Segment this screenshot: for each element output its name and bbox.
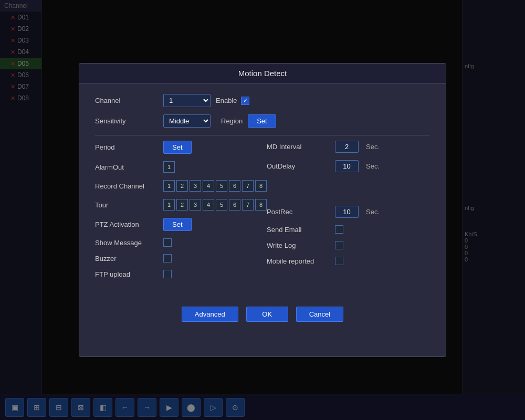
ptz-row: PTZ Activation Set	[95, 218, 267, 231]
md-interval-unit: Sec.	[366, 143, 380, 151]
modal-title: Motion Detect	[79, 64, 446, 83]
alarmout-label: AlarmOut	[95, 163, 158, 171]
show-message-checkbox[interactable]	[163, 238, 172, 247]
ptz-label: PTZ Activation	[95, 220, 158, 228]
buzzer-checkbox[interactable]	[163, 254, 172, 262]
channel-select[interactable]: 1 2 3 4	[163, 94, 211, 107]
record-channel-row: Record Channel 1 2 3 4 5 6 7 8	[95, 180, 267, 192]
spacer-1	[267, 180, 430, 206]
ch-box-7[interactable]: 7	[242, 180, 254, 192]
mobile-checkbox[interactable]	[335, 257, 343, 265]
alarmout-box[interactable]: 1	[163, 161, 175, 173]
send-email-checkbox[interactable]	[335, 225, 343, 234]
period-label: Period	[95, 143, 158, 151]
enable-group: Enable ✓	[216, 97, 249, 105]
tour-box-5[interactable]: 5	[216, 199, 227, 211]
tour-box-8[interactable]: 8	[255, 199, 267, 211]
divider-1	[95, 135, 430, 135]
buzzer-row: Buzzer	[95, 254, 267, 262]
ftp-checkbox[interactable]	[163, 270, 172, 278]
right-col: MD Interval Sec. OutDelay Sec. Post	[267, 141, 430, 286]
tour-box-3[interactable]: 3	[190, 199, 201, 211]
tour-boxes: 1 2 3 4 5 6 7 8	[163, 199, 267, 211]
tour-box-4[interactable]: 4	[203, 199, 214, 211]
mobile-row: Mobile reported	[267, 257, 430, 265]
tour-box-7[interactable]: 7	[242, 199, 254, 211]
ch-box-4[interactable]: 4	[203, 180, 214, 192]
send-email-row: Send Email	[267, 225, 430, 234]
region-set-button[interactable]: Set	[248, 114, 276, 128]
send-email-label: Send Email	[267, 226, 330, 234]
md-interval-input[interactable]	[335, 141, 359, 153]
ch-box-3[interactable]: 3	[190, 180, 201, 192]
outdelay-row: OutDelay Sec.	[267, 160, 430, 172]
buzzer-label: Buzzer	[95, 255, 158, 262]
tour-box-2[interactable]: 2	[176, 199, 188, 211]
md-interval-row: MD Interval Sec.	[267, 141, 430, 153]
show-message-row: Show Message	[95, 238, 267, 247]
period-row: Period Set	[95, 141, 267, 154]
postrec-input[interactable]	[335, 206, 359, 218]
ch-box-6[interactable]: 6	[229, 180, 240, 192]
postrec-row: PostRec Sec.	[267, 206, 430, 218]
write-log-checkbox[interactable]	[335, 241, 343, 249]
ch-box-5[interactable]: 5	[216, 180, 227, 192]
postrec-unit: Sec.	[366, 208, 380, 216]
tour-label: Tour	[95, 201, 158, 209]
outdelay-label: OutDelay	[267, 162, 330, 170]
record-channel-boxes: 1 2 3 4 5 6 7 8	[163, 180, 267, 192]
motion-detect-modal: Motion Detect Channel 1 2 3 4 Enable ✓ S…	[79, 63, 446, 357]
period-set-button[interactable]: Set	[163, 141, 192, 154]
advanced-button[interactable]: Advanced	[182, 307, 238, 322]
tour-box-1[interactable]: 1	[163, 199, 175, 211]
left-col: Period Set AlarmOut 1 Record Channel 1 2	[95, 141, 267, 286]
ch-box-2[interactable]: 2	[176, 180, 188, 192]
write-log-label: Write Log	[267, 242, 330, 249]
ch-box-1[interactable]: 1	[163, 180, 175, 192]
enable-checkbox[interactable]: ✓	[241, 97, 249, 105]
modal-footer: Advanced OK Cancel	[79, 296, 446, 327]
cancel-button[interactable]: Cancel	[296, 307, 343, 322]
enable-label: Enable	[216, 97, 237, 104]
md-interval-label: MD Interval	[267, 143, 330, 151]
two-col-section: Period Set AlarmOut 1 Record Channel 1 2	[95, 141, 430, 286]
sensitivity-select[interactable]: Low Middle High	[163, 114, 211, 128]
ch-box-8[interactable]: 8	[255, 180, 267, 192]
alarmout-row: AlarmOut 1	[95, 161, 267, 173]
show-message-label: Show Message	[95, 239, 158, 247]
sensitivity-row: Sensitivity Low Middle High Region Set	[95, 114, 430, 128]
region-label: Region	[221, 117, 243, 125]
ok-button[interactable]: OK	[246, 307, 288, 322]
ptz-set-button[interactable]: Set	[163, 218, 192, 231]
ftp-label: FTP upload	[95, 270, 158, 278]
mobile-label: Mobile reported	[267, 257, 330, 265]
tour-row: Tour 1 2 3 4 5 6 7 8	[95, 199, 267, 211]
outdelay-input[interactable]	[335, 160, 359, 172]
postrec-label: PostRec	[267, 208, 330, 216]
tour-box-6[interactable]: 6	[229, 199, 240, 211]
channel-row: Channel 1 2 3 4 Enable ✓	[95, 94, 430, 107]
modal-body: Channel 1 2 3 4 Enable ✓ Sensitivity Low…	[79, 83, 446, 296]
modal-overlay: Motion Detect Channel 1 2 3 4 Enable ✓ S…	[0, 0, 525, 420]
ftp-row: FTP upload	[95, 270, 267, 278]
write-log-row: Write Log	[267, 241, 430, 249]
record-channel-label: Record Channel	[95, 182, 158, 190]
outdelay-unit: Sec.	[366, 162, 380, 170]
channel-label: Channel	[95, 97, 158, 104]
sensitivity-label: Sensitivity	[95, 117, 158, 125]
